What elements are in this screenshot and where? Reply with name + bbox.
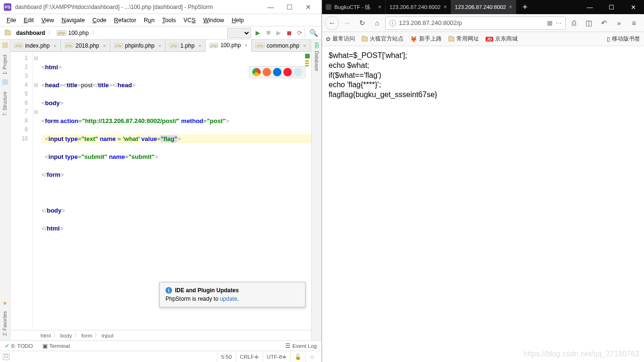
tool-database[interactable]: Database bbox=[314, 51, 319, 71]
tool-eventlog[interactable]: ☰Event Log bbox=[281, 343, 322, 349]
run-button[interactable]: ▶ bbox=[253, 28, 263, 38]
qr-icon[interactable]: ▦ bbox=[547, 19, 553, 26]
menu-view[interactable]: View bbox=[38, 16, 58, 25]
close-button[interactable]: ✕ bbox=[299, 3, 318, 11]
bookmark-jd[interactable]: JD京东商城 bbox=[486, 35, 518, 43]
site-info-icon[interactable]: i bbox=[389, 20, 396, 26]
tab-common[interactable]: phpcommon.php× bbox=[252, 40, 310, 51]
close-icon[interactable]: × bbox=[444, 4, 447, 10]
update-link[interactable]: update bbox=[220, 296, 237, 302]
close-icon[interactable]: × bbox=[158, 43, 161, 49]
nav-file[interactable]: php100.php bbox=[55, 30, 91, 36]
minimize-button[interactable]: — bbox=[579, 0, 601, 14]
code-editor[interactable]: 12345678910 ⊟⊟⊟ <html> <head><title>post… bbox=[10, 52, 311, 330]
bookmark-most-visited[interactable]: ✿最常访问 bbox=[326, 35, 355, 43]
page-content: $what=$_POST['what']; echo $what; if($wh… bbox=[322, 46, 644, 362]
structure-icon[interactable] bbox=[2, 79, 8, 85]
popup-title: IDE and Plugin Updates bbox=[175, 287, 239, 294]
status-position[interactable]: 5:50 bbox=[217, 351, 235, 362]
url-bar[interactable]: i 123.206.87.240:8002/p ▦ ⋯ bbox=[385, 16, 566, 30]
search-button[interactable]: 🔍 bbox=[308, 28, 319, 38]
page-action-icon[interactable]: ⋯ bbox=[555, 19, 561, 26]
overflow-button[interactable]: » bbox=[612, 16, 626, 30]
hector-icon[interactable]: ☺ bbox=[305, 351, 319, 362]
close-icon[interactable]: × bbox=[53, 43, 56, 49]
sidebar-button[interactable]: ◫ bbox=[582, 16, 596, 30]
readonly-toggle[interactable]: 🔓 bbox=[290, 351, 305, 362]
menu-file[interactable]: File bbox=[3, 16, 20, 25]
status-encoding[interactable]: UTF-8 ≑ bbox=[263, 351, 291, 362]
tool-structure[interactable]: 7: Structure bbox=[2, 91, 8, 116]
menu-window[interactable]: Window bbox=[199, 16, 228, 25]
close-icon[interactable]: × bbox=[378, 4, 381, 10]
menu-refactor[interactable]: Refactor bbox=[110, 16, 140, 25]
crumb-body[interactable]: body bbox=[60, 333, 72, 338]
opera-icon[interactable] bbox=[283, 68, 292, 76]
tab-1[interactable]: php1.php× bbox=[165, 40, 206, 51]
content-line: echo 'flag{****}'; bbox=[329, 80, 637, 90]
forward-button[interactable]: → bbox=[340, 16, 354, 30]
run-config-select[interactable] bbox=[227, 28, 251, 38]
menu-help[interactable]: Help bbox=[228, 16, 248, 25]
content-line: echo $what; bbox=[329, 61, 637, 71]
tool-favorites[interactable]: 2: Favorites bbox=[2, 311, 8, 336]
coverage-button[interactable]: ▶ bbox=[273, 28, 284, 38]
close-icon[interactable]: × bbox=[103, 43, 106, 49]
tab-100[interactable]: php100.php× bbox=[206, 40, 252, 52]
reload-button[interactable]: ↻ bbox=[355, 16, 369, 30]
menu-tools[interactable]: Tools bbox=[158, 16, 180, 25]
tab-index[interactable]: phpindex.php× bbox=[10, 40, 61, 51]
menu-navigate[interactable]: Navigate bbox=[58, 16, 89, 25]
close-button[interactable]: ✕ bbox=[622, 0, 644, 14]
crumb-html[interactable]: html bbox=[41, 333, 51, 338]
safari-icon[interactable] bbox=[294, 68, 302, 76]
star-icon: ★ bbox=[2, 300, 8, 306]
bookmark-fx-site[interactable]: 火狐官方站点 bbox=[362, 35, 404, 43]
crumb-input[interactable]: input bbox=[102, 333, 114, 338]
stop-button[interactable]: ◼ bbox=[284, 28, 294, 38]
minimize-button[interactable]: — bbox=[261, 3, 280, 11]
right-tool-strip: 🗄 Database bbox=[311, 40, 322, 340]
watermark: https://blog.csdn.net/qq_27180763 bbox=[523, 349, 639, 359]
back-button[interactable]: ← bbox=[325, 16, 339, 30]
nav-folder[interactable]: dashboard bbox=[3, 30, 47, 36]
bookmark-newbie[interactable]: 🦊新手上路 bbox=[410, 35, 442, 43]
close-icon[interactable]: × bbox=[245, 42, 248, 48]
home-button[interactable]: ⌂ bbox=[370, 16, 384, 30]
update-button[interactable]: ⟳ bbox=[294, 28, 305, 38]
new-tab-button[interactable]: + bbox=[516, 0, 533, 14]
close-icon[interactable]: × bbox=[509, 4, 512, 10]
menu-button[interactable]: ≡ bbox=[627, 16, 641, 30]
library-button[interactable]: ⎙ bbox=[567, 16, 581, 30]
status-quick-icon[interactable]: ☐ bbox=[3, 354, 9, 360]
close-icon[interactable]: × bbox=[198, 43, 201, 49]
browser-tab-2[interactable]: 123.206.87.240:8002× bbox=[451, 0, 517, 14]
maximize-button[interactable]: ☐ bbox=[601, 0, 622, 14]
tool-project[interactable]: 1: Project bbox=[2, 55, 8, 74]
menu-edit[interactable]: Edit bbox=[20, 16, 38, 25]
crumb-form[interactable]: form bbox=[82, 333, 92, 338]
maximize-button[interactable]: ☐ bbox=[280, 3, 299, 11]
debug-button[interactable]: ✻ bbox=[263, 28, 273, 38]
tab-2018[interactable]: php2018.php× bbox=[61, 40, 110, 51]
folder-icon bbox=[5, 31, 11, 35]
fold-column[interactable]: ⊟⊟⊟ bbox=[33, 52, 39, 330]
menu-vcs[interactable]: VCS bbox=[180, 16, 199, 25]
sync-button[interactable]: ↶ bbox=[597, 16, 611, 30]
edge-icon[interactable] bbox=[273, 68, 281, 76]
status-separator[interactable]: CRLF ≑ bbox=[236, 351, 263, 362]
menu-run[interactable]: Run bbox=[140, 16, 158, 25]
tool-todo[interactable]: ✔6: TODO bbox=[0, 343, 38, 349]
firefox-icon[interactable] bbox=[263, 68, 271, 76]
chrome-icon[interactable] bbox=[252, 68, 261, 76]
database-icon[interactable]: 🗄 bbox=[314, 42, 320, 49]
bookmark-common[interactable]: 常用网址 bbox=[448, 35, 479, 43]
menu-code[interactable]: Code bbox=[89, 16, 110, 25]
browser-tab-bugku[interactable]: BugkuCTF - 练× bbox=[322, 0, 386, 14]
close-icon[interactable]: × bbox=[303, 43, 306, 49]
project-icon[interactable] bbox=[2, 42, 8, 48]
tool-terminal[interactable]: ▣Terminal bbox=[38, 343, 74, 349]
tab-phpinfo[interactable]: phpphpinfo.php× bbox=[110, 40, 166, 51]
browser-tab-1[interactable]: 123.206.87.240:8002× bbox=[386, 0, 451, 14]
bookmark-mobile[interactable]: ▯移动版书签 bbox=[607, 35, 640, 43]
